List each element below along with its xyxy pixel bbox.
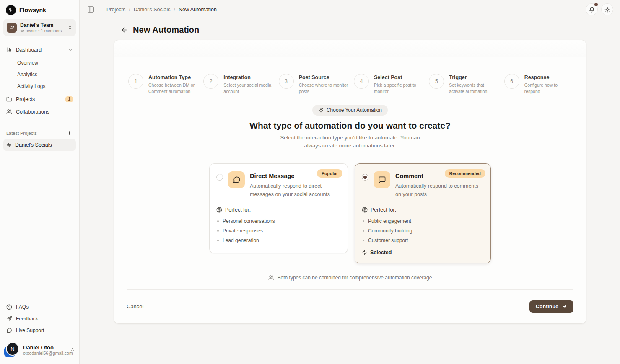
zap-icon: [362, 250, 367, 255]
combine-note: Both types can be combined for comprehen…: [127, 275, 573, 290]
arrow-left-icon: [121, 26, 128, 34]
step-number: 2: [203, 74, 218, 89]
choose-automation-badge-label: Choose Your Automation: [327, 107, 382, 113]
project-item-label: Daniel's Socials: [15, 142, 52, 148]
breadcrumb-separator: /: [174, 7, 175, 13]
step-title: Select Post: [374, 74, 423, 80]
faqs-link[interactable]: FAQs: [3, 301, 76, 313]
team-meta: owner • 1 members: [20, 28, 64, 33]
add-project-button[interactable]: [66, 129, 73, 137]
comment-radio[interactable]: [362, 174, 368, 181]
list-item: Community building: [362, 226, 484, 236]
selected-indicator: Selected: [362, 250, 484, 256]
plus-icon: [67, 130, 72, 136]
target-icon: [216, 207, 222, 213]
list-item: Personal conversations: [216, 217, 341, 226]
combine-note-text: Both types can be combined for comprehen…: [278, 275, 432, 281]
user-menu[interactable]: N Daniel Otoo otoodaniel56@gmail.com: [3, 341, 76, 359]
popular-badge: Popular: [317, 169, 342, 178]
team-name: Daniel's Team: [20, 22, 64, 28]
user-name: Daniel Otoo: [23, 344, 66, 351]
sidebar-item-projects[interactable]: Projects 1: [3, 93, 76, 106]
latest-projects-title: Latest Projects: [6, 131, 37, 136]
step-number: 1: [128, 74, 143, 89]
live-support-link[interactable]: Live Support: [3, 325, 76, 336]
choose-automation-badge: Choose Your Automation: [312, 105, 388, 116]
projects-count-badge: 1: [65, 96, 73, 102]
breadcrumb-daniels-socials[interactable]: Daniel's Socials: [134, 7, 171, 13]
page-title: New Automation: [133, 25, 199, 35]
step-desc: Choose where to monitor posts: [299, 82, 348, 95]
sidebar-item-overview[interactable]: Overview: [10, 57, 76, 69]
help-circle-icon: [6, 304, 12, 310]
step-title: Post Source: [299, 74, 348, 80]
panel-left-icon: [87, 6, 94, 13]
step-number: 4: [354, 74, 369, 89]
avatar: N: [4, 342, 19, 357]
step-title: Integration: [223, 74, 272, 80]
breadcrumb-projects[interactable]: Projects: [106, 7, 125, 13]
faqs-label: FAQs: [16, 304, 29, 310]
option-description: Automatically respond to direct messages…: [250, 182, 341, 199]
target-icon: [362, 207, 368, 213]
page-content: New Automation 1 Automation TypeChoose b…: [80, 19, 620, 364]
main-area: Projects / Daniel's Socials / New Automa…: [80, 0, 620, 364]
sparkles-icon: [318, 108, 324, 113]
app-root: Flowsynk Daniel's Team owner • 1 members: [0, 0, 620, 364]
cancel-button[interactable]: Cancel: [127, 303, 143, 310]
sun-icon: [604, 7, 610, 13]
brand-header: Flowsynk: [3, 4, 76, 19]
step-trigger: 5 TriggerSet keywords that activate auto…: [429, 74, 498, 95]
step-title: Trigger: [449, 74, 498, 80]
option-card-direct-message[interactable]: Popular Direct Message Automatically res…: [209, 163, 348, 253]
step-desc: Select your social media account: [223, 82, 272, 95]
wizard-heading: What type of automation do you want to c…: [114, 121, 586, 131]
perfect-for-label: Perfect for:: [371, 207, 396, 213]
message-square-icon: [374, 171, 390, 188]
sidebar: Flowsynk Daniel's Team owner • 1 members: [0, 0, 80, 364]
selected-label: Selected: [370, 250, 392, 256]
owner-crown-icon: [20, 29, 24, 33]
feedback-link[interactable]: Feedback: [3, 313, 76, 325]
panel-header-strip: [114, 40, 586, 57]
automation-options: Popular Direct Message Automatically res…: [114, 163, 586, 263]
sidebar-item-label: Dashboard: [16, 47, 42, 53]
theme-toggle-button[interactable]: [601, 3, 613, 15]
step-desc: Choose between DM or Comment automation: [148, 82, 197, 95]
sidebar-toggle-button[interactable]: [86, 4, 96, 15]
notifications-button[interactable]: [586, 3, 598, 15]
users-icon: [268, 275, 274, 281]
feedback-label: Feedback: [16, 316, 38, 322]
users-icon: [6, 109, 12, 115]
sidebar-item-collaborations[interactable]: Collaborations: [3, 106, 76, 118]
team-switcher[interactable]: Daniel's Team owner • 1 members: [3, 19, 76, 36]
sidebar-item-label: Collaborations: [16, 109, 49, 115]
flowsynk-logo-icon: [6, 5, 16, 15]
team-avatar-crown-icon: [7, 23, 17, 33]
brand-name: Flowsynk: [19, 7, 46, 13]
message-circle-icon: [228, 171, 245, 188]
sidebar-item-analytics[interactable]: Analytics: [10, 69, 76, 80]
bell-icon: [589, 7, 595, 13]
direct-message-radio[interactable]: [216, 174, 223, 181]
continue-button[interactable]: Continue: [529, 300, 573, 313]
perfect-for-label: Perfect for:: [225, 207, 251, 213]
sidebar-item-label: Projects: [16, 96, 35, 102]
sidebar-nav: Dashboard Overview Analytics Activity Lo…: [3, 44, 76, 118]
topbar: Projects / Daniel's Socials / New Automa…: [80, 0, 620, 19]
wizard-stepper: 1 Automation TypeChoose between DM or Co…: [114, 57, 586, 95]
send-icon: [6, 316, 12, 322]
option-card-comment[interactable]: Recommended Comment Automatically respon…: [355, 163, 491, 263]
step-title: Response: [524, 74, 573, 80]
sidebar-item-dashboard[interactable]: Dashboard: [3, 44, 76, 56]
sidebar-footer: FAQs Feedback Live Support N: [3, 301, 76, 359]
sidebar-item-activity-logs[interactable]: Activity Logs: [10, 80, 76, 92]
wizard-panel: 1 Automation TypeChoose between DM or Co…: [114, 40, 586, 324]
option-description: Automatically respond to comments on you…: [395, 182, 484, 199]
sidebar-item-daniels-socials[interactable]: Daniel's Socials: [3, 139, 76, 151]
back-button[interactable]: [120, 26, 129, 34]
step-response: 6 ResponseConfigure how to respond: [504, 74, 573, 95]
bar-chart-icon: [6, 47, 12, 53]
step-number: 3: [279, 74, 294, 89]
breadcrumb-current: New Automation: [179, 7, 217, 13]
